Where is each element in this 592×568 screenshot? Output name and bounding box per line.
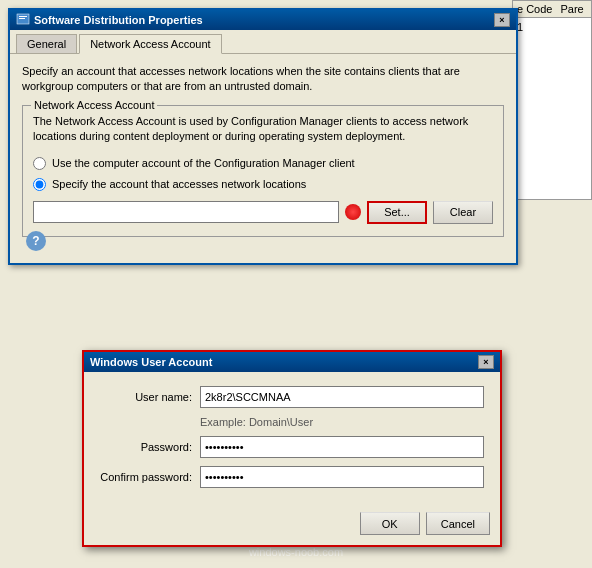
- sub-dialog: Windows User Account × User name: Exampl…: [82, 350, 502, 547]
- radio-option-computer-account: Use the computer account of the Configur…: [33, 157, 493, 170]
- group-box-label: Network Access Account: [31, 99, 157, 111]
- dialog-icon: [16, 13, 30, 27]
- tabs-bar: General Network Access Account: [10, 30, 516, 54]
- sub-dialog-buttons: OK Cancel: [84, 506, 500, 545]
- tab-network-access[interactable]: Network Access Account: [79, 34, 221, 54]
- sub-dialog-title: Windows User Account: [90, 356, 212, 368]
- watermark: windows-noob.com: [0, 546, 592, 558]
- sub-dialog-close-button[interactable]: ×: [478, 355, 494, 369]
- account-status-icon: [345, 204, 361, 220]
- dialog-bottom: [10, 247, 516, 263]
- intro-text: Specify an account that accesses network…: [22, 64, 504, 95]
- password-input[interactable]: [200, 436, 484, 458]
- cancel-button[interactable]: Cancel: [426, 512, 490, 535]
- main-dialog: Software Distribution Properties × Gener…: [8, 8, 518, 265]
- confirm-password-input[interactable]: [200, 466, 484, 488]
- password-label: Password:: [100, 441, 200, 453]
- radio-specify-account[interactable]: [33, 178, 46, 191]
- tab-general[interactable]: General: [16, 34, 77, 53]
- bg-col2: Pare: [560, 3, 583, 15]
- set-button[interactable]: Set...: [367, 201, 427, 224]
- bg-col1: e Code: [517, 3, 552, 15]
- password-row: Password:: [100, 436, 484, 458]
- username-label: User name:: [100, 391, 200, 403]
- titlebar-controls: ×: [494, 13, 510, 27]
- username-hint: Example: Domain\User: [200, 416, 484, 428]
- svg-rect-2: [19, 18, 25, 19]
- close-button[interactable]: ×: [494, 13, 510, 27]
- radio-option-specify-account: Specify the account that accesses networ…: [33, 178, 493, 191]
- sub-dialog-titlebar: Windows User Account ×: [84, 352, 500, 372]
- svg-rect-1: [19, 16, 27, 17]
- radio-specify-account-label: Specify the account that accesses networ…: [52, 178, 306, 190]
- help-button[interactable]: ?: [26, 231, 46, 251]
- group-desc: The Network Access Account is used by Co…: [33, 114, 493, 145]
- main-dialog-titlebar: Software Distribution Properties ×: [10, 10, 516, 30]
- clear-button[interactable]: Clear: [433, 201, 493, 224]
- username-row: User name:: [100, 386, 484, 408]
- group-box: Network Access Account The Network Acces…: [22, 105, 504, 237]
- background-table: e Code Pare 1: [512, 0, 592, 200]
- username-input[interactable]: [200, 386, 484, 408]
- sub-dialog-content: User name: Example: Domain\User Password…: [84, 372, 500, 506]
- radio-computer-account[interactable]: [33, 157, 46, 170]
- dialog-content: Specify an account that accesses network…: [10, 54, 516, 247]
- account-row: Set... Clear: [33, 201, 493, 224]
- main-dialog-title: Software Distribution Properties: [34, 14, 203, 26]
- account-input[interactable]: [33, 201, 339, 223]
- confirm-password-label: Confirm password:: [100, 471, 200, 483]
- ok-button[interactable]: OK: [360, 512, 420, 535]
- confirm-password-row: Confirm password:: [100, 466, 484, 488]
- radio-computer-account-label: Use the computer account of the Configur…: [52, 157, 355, 169]
